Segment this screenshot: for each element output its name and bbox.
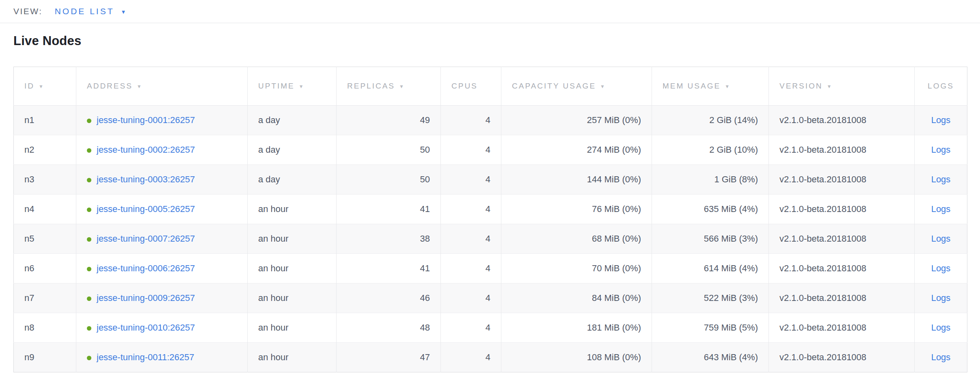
cell-value: 108 MiB (0%) — [587, 352, 641, 362]
cell-value: 4 — [486, 352, 490, 362]
node-address-link[interactable]: jesse-tuning-0002:26257 — [97, 145, 195, 155]
cell-version: v2.1.0-beta.20181008 — [769, 106, 915, 135]
page-title: Live Nodes — [13, 34, 980, 48]
column-header-label: VERSION — [779, 82, 823, 90]
table-row: n7jesse-tuning-0009:26257an hour46484 Mi… — [14, 283, 967, 313]
cell-version: v2.1.0-beta.20181008 — [769, 165, 915, 195]
cell-value: n9 — [24, 352, 34, 362]
cell-logs: Logs — [915, 254, 967, 283]
node-address-link[interactable]: jesse-tuning-0010:26257 — [97, 322, 195, 333]
column-header-logs: LOGS — [915, 67, 967, 106]
node-address-link[interactable]: jesse-tuning-0005:26257 — [97, 204, 195, 214]
cell-replicas: 41 — [337, 254, 441, 283]
cell-replicas: 47 — [337, 343, 441, 372]
node-live-status-icon — [87, 178, 91, 182]
cell-mem: 522 MiB (3%) — [652, 283, 769, 313]
cell-uptime: an hour — [248, 283, 337, 313]
cell-value: an hour — [258, 234, 289, 244]
cell-value: v2.1.0-beta.20181008 — [779, 174, 866, 184]
table-header-row: ID▼ADDRESS▼UPTIME▼REPLICAS▼CPUSCAPACITY … — [14, 67, 967, 106]
node-address-link[interactable]: jesse-tuning-0007:26257 — [97, 234, 195, 244]
cell-value: 4 — [486, 145, 490, 155]
cell-cpus: 4 — [441, 343, 501, 372]
sort-arrow-icon: ▼ — [39, 84, 45, 89]
cell-version: v2.1.0-beta.20181008 — [769, 224, 915, 254]
view-selector-dropdown[interactable]: NODE LIST ▼ — [55, 6, 126, 16]
cell-mem: 614 MiB (4%) — [652, 254, 769, 283]
logs-link[interactable]: Logs — [931, 352, 951, 362]
view-bar: VIEW: NODE LIST ▼ — [0, 0, 980, 23]
logs-link[interactable]: Logs — [931, 263, 951, 273]
logs-link[interactable]: Logs — [931, 234, 951, 244]
cell-value: 46 — [420, 293, 430, 303]
cell-value: v2.1.0-beta.20181008 — [779, 145, 866, 155]
logs-link[interactable]: Logs — [931, 322, 951, 333]
node-live-status-icon — [87, 326, 91, 331]
cell-mem: 2 GiB (14%) — [652, 106, 769, 135]
cell-value: an hour — [258, 352, 289, 362]
cell-value: 1 GiB (8%) — [714, 174, 758, 184]
cell-capacity: 257 MiB (0%) — [501, 106, 652, 135]
cell-value: v2.1.0-beta.20181008 — [779, 293, 866, 303]
cell-value: 2 GiB (14%) — [709, 115, 758, 125]
column-header-uptime[interactable]: UPTIME▼ — [248, 67, 337, 106]
cell-value: 70 MiB (0%) — [592, 263, 641, 273]
column-header-capacity[interactable]: CAPACITY USAGE▼ — [501, 67, 652, 106]
cell-value: 4 — [486, 263, 490, 273]
cell-value: v2.1.0-beta.20181008 — [779, 322, 866, 333]
cell-mem: 643 MiB (4%) — [652, 343, 769, 372]
cell-address: jesse-tuning-0003:26257 — [76, 165, 248, 195]
node-address-link[interactable]: jesse-tuning-0009:26257 — [97, 293, 195, 303]
cell-logs: Logs — [915, 343, 967, 372]
node-address-link[interactable]: jesse-tuning-0011:26257 — [97, 352, 194, 362]
node-live-status-icon — [87, 267, 91, 271]
cell-capacity: 144 MiB (0%) — [501, 165, 652, 195]
cell-value: n3 — [24, 174, 34, 184]
column-header-version[interactable]: VERSION▼ — [769, 67, 915, 106]
cell-capacity: 108 MiB (0%) — [501, 343, 652, 372]
cell-value: 4 — [486, 115, 490, 125]
cell-value: n1 — [24, 115, 34, 125]
column-header-label: UPTIME — [258, 82, 295, 90]
node-live-status-icon — [87, 148, 91, 153]
cell-uptime: an hour — [248, 195, 337, 224]
logs-link[interactable]: Logs — [931, 145, 951, 155]
cell-value: n8 — [24, 322, 34, 333]
logs-link[interactable]: Logs — [931, 204, 951, 214]
cell-address: jesse-tuning-0006:26257 — [76, 254, 248, 283]
sort-arrow-icon: ▼ — [827, 84, 833, 89]
node-address-link[interactable]: jesse-tuning-0006:26257 — [97, 263, 195, 273]
sort-arrow-icon: ▼ — [725, 84, 731, 89]
cell-mem: 759 MiB (5%) — [652, 313, 769, 343]
cell-id: n2 — [14, 135, 76, 165]
column-header-replicas[interactable]: REPLICAS▼ — [337, 67, 441, 106]
column-header-label: MEM USAGE — [663, 82, 721, 90]
cell-uptime: an hour — [248, 254, 337, 283]
cell-replicas: 38 — [337, 224, 441, 254]
cell-value: 4 — [486, 234, 490, 244]
cell-value: n4 — [24, 204, 34, 214]
cell-value: 4 — [486, 174, 490, 184]
view-label: VIEW: — [13, 6, 43, 16]
cell-replicas: 49 — [337, 106, 441, 135]
logs-link[interactable]: Logs — [931, 174, 951, 184]
cell-capacity: 70 MiB (0%) — [501, 254, 652, 283]
column-header-mem[interactable]: MEM USAGE▼ — [652, 67, 769, 106]
sort-arrow-icon: ▼ — [299, 84, 305, 89]
cell-cpus: 4 — [441, 165, 501, 195]
node-address-link[interactable]: jesse-tuning-0001:26257 — [97, 115, 195, 125]
cell-version: v2.1.0-beta.20181008 — [769, 195, 915, 224]
node-live-status-icon — [87, 208, 91, 212]
cell-capacity: 274 MiB (0%) — [501, 135, 652, 165]
column-header-address[interactable]: ADDRESS▼ — [76, 67, 248, 106]
cell-version: v2.1.0-beta.20181008 — [769, 254, 915, 283]
logs-link[interactable]: Logs — [931, 293, 951, 303]
cell-address: jesse-tuning-0007:26257 — [76, 224, 248, 254]
column-header-label: CAPACITY USAGE — [512, 82, 596, 90]
cell-value: 274 MiB (0%) — [587, 145, 641, 155]
cell-value: 643 MiB (4%) — [704, 352, 758, 362]
column-header-id[interactable]: ID▼ — [14, 67, 76, 106]
logs-link[interactable]: Logs — [931, 115, 951, 125]
node-address-link[interactable]: jesse-tuning-0003:26257 — [97, 174, 195, 184]
cell-uptime: a day — [248, 106, 337, 135]
